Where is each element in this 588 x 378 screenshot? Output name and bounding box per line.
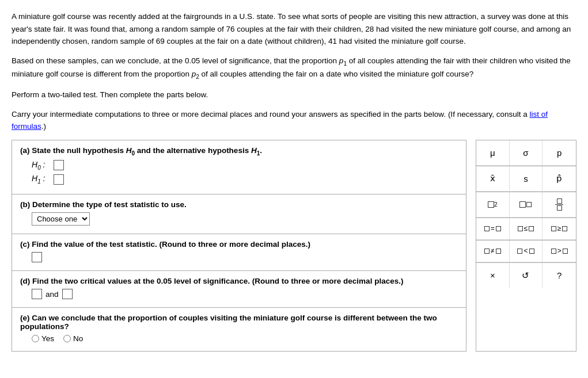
question-c: (c) Find the value of the test statistic… bbox=[12, 234, 466, 271]
symbol-equals[interactable]: = bbox=[476, 218, 510, 240]
symbol-row-3: 2 bbox=[476, 192, 576, 218]
symbol-mu[interactable]: μ bbox=[476, 140, 510, 166]
question-e-label: (e) Can we conclude that the proportion … bbox=[20, 314, 458, 331]
question-d: (d) Find the two critical values at the … bbox=[12, 271, 466, 308]
question-e: (e) Can we conclude that the proportion … bbox=[12, 308, 466, 351]
symbol-p[interactable]: p bbox=[543, 140, 576, 166]
question-b-label: (b) Determine the type of test statistic… bbox=[20, 200, 458, 209]
question-panel: (a) State the null hypothesis H0 and the… bbox=[12, 140, 466, 352]
symbol-neq[interactable]: ≠ bbox=[476, 240, 510, 262]
h0-input[interactable] bbox=[54, 160, 64, 170]
yes-option[interactable]: Yes bbox=[32, 334, 54, 343]
symbol-action-row: × ↺ ? bbox=[476, 263, 576, 288]
intro-paragraph-1: A miniature golf course was recently add… bbox=[12, 10, 576, 48]
symbol-undo[interactable]: ↺ bbox=[510, 263, 543, 288]
formulas-link[interactable]: list of formulas bbox=[12, 110, 548, 131]
h1-input[interactable] bbox=[54, 174, 64, 185]
intro-paragraph-4: Carry your intermediate computations to … bbox=[12, 108, 576, 133]
critical-value-2-input[interactable] bbox=[62, 289, 73, 299]
h1-row: H1 : bbox=[32, 174, 458, 185]
no-option[interactable]: No bbox=[63, 334, 83, 343]
symbol-gt[interactable]: > bbox=[543, 240, 576, 262]
h0-label: H0 : bbox=[32, 160, 54, 171]
question-b: (b) Determine the type of test statistic… bbox=[12, 194, 466, 234]
yes-no-row: Yes No bbox=[32, 334, 458, 343]
symbol-s[interactable]: s bbox=[510, 166, 543, 192]
symbol-lt[interactable]: < bbox=[510, 240, 543, 262]
symbol-phat[interactable]: p̂ bbox=[543, 166, 576, 192]
symbol-sigma[interactable]: σ bbox=[510, 140, 543, 166]
symbol-geq[interactable]: ≥ bbox=[543, 218, 576, 240]
intro-paragraph-2: Based on these samples, can we conclude,… bbox=[12, 55, 576, 82]
question-d-label: (d) Find the two critical values at the … bbox=[20, 277, 458, 285]
symbol-row-2: x̄ s p̂ bbox=[476, 166, 576, 192]
symbol-row-5: ≠ < > bbox=[476, 240, 576, 263]
test-statistic-dropdown-row: Choose one z t chi-square F bbox=[32, 212, 458, 226]
symbol-row-4: = ≤ ≥ bbox=[476, 218, 576, 240]
yes-radio[interactable] bbox=[32, 335, 39, 342]
symbol-xbar[interactable]: x̄ bbox=[476, 166, 510, 192]
symbol-clear[interactable]: × bbox=[476, 263, 510, 288]
yes-label: Yes bbox=[41, 334, 54, 343]
symbol-row-1: μ σ p bbox=[476, 140, 576, 166]
main-layout: (a) State the null hypothesis H0 and the… bbox=[12, 140, 576, 352]
symbol-leq[interactable]: ≤ bbox=[510, 218, 543, 240]
h0-row: H0 : bbox=[32, 160, 458, 171]
and-label: and bbox=[45, 290, 59, 299]
symbol-panel: μ σ p x̄ s p̂ 2 bbox=[476, 140, 576, 352]
no-label: No bbox=[73, 334, 83, 343]
intro-paragraph-3: Perform a two-tailed test. Then complete… bbox=[12, 89, 576, 101]
critical-value-1-input[interactable] bbox=[32, 289, 42, 299]
symbol-help[interactable]: ? bbox=[543, 263, 576, 288]
question-a-label: (a) State the null hypothesis H0 and the… bbox=[20, 146, 458, 156]
question-a: (a) State the null hypothesis H0 and the… bbox=[12, 140, 466, 194]
question-c-label: (c) Find the value of the test statistic… bbox=[20, 240, 458, 249]
test-statistic-select[interactable]: Choose one z t chi-square F bbox=[32, 212, 90, 226]
symbol-fraction[interactable] bbox=[543, 192, 576, 217]
critical-values-row: and bbox=[32, 289, 458, 299]
symbol-square-squared[interactable]: 2 bbox=[476, 192, 510, 217]
no-radio[interactable] bbox=[63, 335, 71, 342]
test-statistic-input[interactable] bbox=[32, 252, 42, 262]
symbol-square-subscript[interactable] bbox=[510, 192, 543, 217]
h1-label: H1 : bbox=[32, 174, 54, 185]
